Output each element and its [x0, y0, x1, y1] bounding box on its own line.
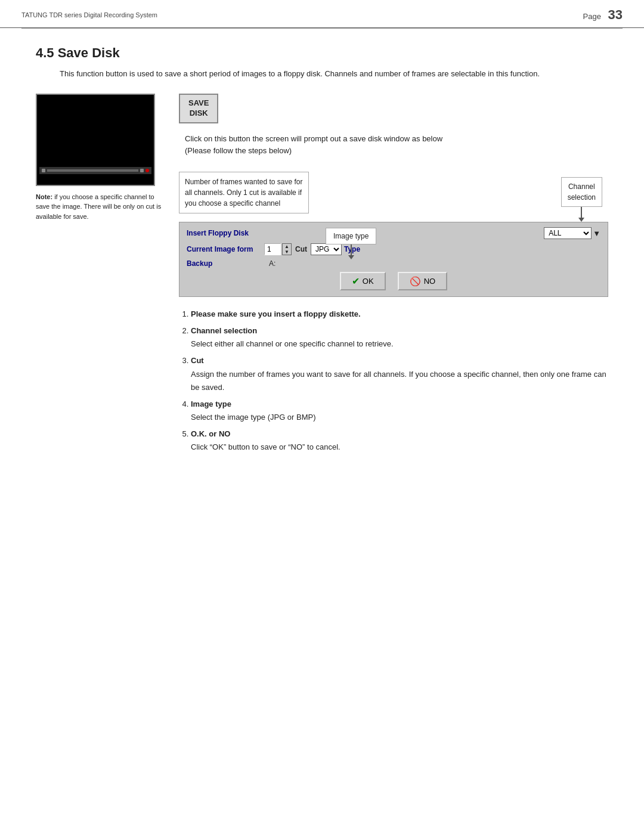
- note-bold: Note:: [36, 193, 52, 200]
- diagram-area: Number of frames wanted to save for all …: [179, 168, 608, 297]
- cam-bar: [47, 169, 138, 172]
- annotation-left-box: Number of frames wanted to save for all …: [179, 172, 309, 213]
- arrow-head-mid: [348, 255, 354, 259]
- main-content: 4.5 Save Disk This function button is us…: [0, 29, 644, 492]
- step-2: Channel selection Select either all chan…: [191, 324, 608, 351]
- arrow-line-right: [581, 207, 582, 218]
- step-1-bold: Please make sure you insert a floppy dis…: [191, 309, 361, 318]
- backup-label: Backup: [187, 259, 264, 268]
- step-4-bold: Image type: [191, 400, 231, 408]
- dialog-box: Insert Floppy Disk ALL ▼ Current Image f…: [179, 222, 608, 297]
- arrow-head-right: [578, 218, 584, 222]
- frame-spinner[interactable]: ▲ ▼: [282, 243, 292, 255]
- arrow-image-type: Image type: [326, 228, 376, 259]
- cam-red-dot: [145, 169, 149, 172]
- page-header: TATUNG TDR series Digital Recording Syst…: [0, 0, 644, 28]
- no-button[interactable]: 🚫 NO: [398, 272, 448, 290]
- section-title: 4.5 Save Disk: [36, 45, 608, 61]
- current-image-label: Current Image form: [187, 245, 264, 253]
- frame-input[interactable]: [264, 243, 281, 255]
- check-icon: ✔: [352, 275, 360, 287]
- intro-text: This function button is used to save a s…: [60, 68, 608, 80]
- step-2-text: Select either all channel or one specifi…: [191, 339, 394, 348]
- channel-selection-label: Channel selection: [561, 177, 602, 207]
- cam-dot-1: [42, 169, 45, 172]
- image-type-label: Image type: [326, 228, 376, 244]
- note-text: if you choose a specific channel to save…: [36, 193, 161, 220]
- two-col-layout: Note: if you choose a specific channel t…: [36, 94, 608, 457]
- header-page: Page 33: [583, 7, 623, 23]
- camera-status-bar: [39, 167, 151, 174]
- header-title: TATUNG TDR series Digital Recording Syst…: [21, 11, 157, 18]
- step-3: Cut Assign the number of frames you want…: [191, 354, 608, 394]
- no-icon: 🚫: [410, 276, 421, 287]
- step-1: Please make sure you insert a floppy dis…: [191, 308, 608, 321]
- step-4-text: Select the image type (JPG or BMP): [191, 413, 316, 422]
- arrow-line-mid: [351, 244, 352, 255]
- annotation-row: Number of frames wanted to save for all …: [179, 168, 608, 222]
- cam-dot-2: [140, 169, 144, 172]
- step-5: O.K. or NO Click “OK” button to save or …: [191, 428, 608, 454]
- dialog-row-backup: Backup A:: [187, 259, 600, 268]
- dialog-row-insert: Insert Floppy Disk ALL ▼: [187, 227, 600, 239]
- step-3-text: Assign the number of frames you want to …: [191, 370, 606, 392]
- step-4: Image type Select the image type (JPG or…: [191, 398, 608, 424]
- right-column: SAVE DISK Click on this button the scree…: [179, 94, 608, 457]
- ok-button[interactable]: ✔ OK: [340, 272, 386, 290]
- left-column: Note: if you choose a specific channel t…: [36, 94, 167, 457]
- step-2-bold: Channel selection: [191, 326, 257, 335]
- spinner-up-icon[interactable]: ▲: [283, 244, 291, 249]
- save-disk-button[interactable]: SAVE DISK: [179, 94, 218, 123]
- spinner-down-icon[interactable]: ▼: [283, 249, 291, 255]
- annotation-right: Channel selection: [561, 177, 602, 222]
- drive-label: A:: [269, 259, 275, 268]
- dropdown-arrow-icon: ▼: [593, 229, 600, 238]
- step-5-bold: O.K. or NO: [191, 429, 230, 438]
- page-number: 33: [608, 7, 623, 22]
- note-box: Note: if you choose a specific channel t…: [36, 192, 167, 222]
- click-instruction: Click on this button the screen will pro…: [185, 133, 608, 158]
- dialog-row-current: Current Image form ▲ ▼ Cut JPG Type: [187, 243, 600, 255]
- cut-label: Cut: [295, 245, 307, 253]
- step-3-bold: Cut: [191, 356, 204, 365]
- insert-label: Insert Floppy Disk: [187, 229, 264, 237]
- channel-select[interactable]: ALL: [544, 227, 592, 239]
- step-5-text: Click “OK” button to save or “NO” to can…: [191, 442, 340, 451]
- steps-list: Please make sure you insert a floppy dis…: [191, 308, 608, 454]
- btn-row: ✔ OK 🚫 NO: [187, 272, 600, 290]
- camera-image: [36, 94, 155, 186]
